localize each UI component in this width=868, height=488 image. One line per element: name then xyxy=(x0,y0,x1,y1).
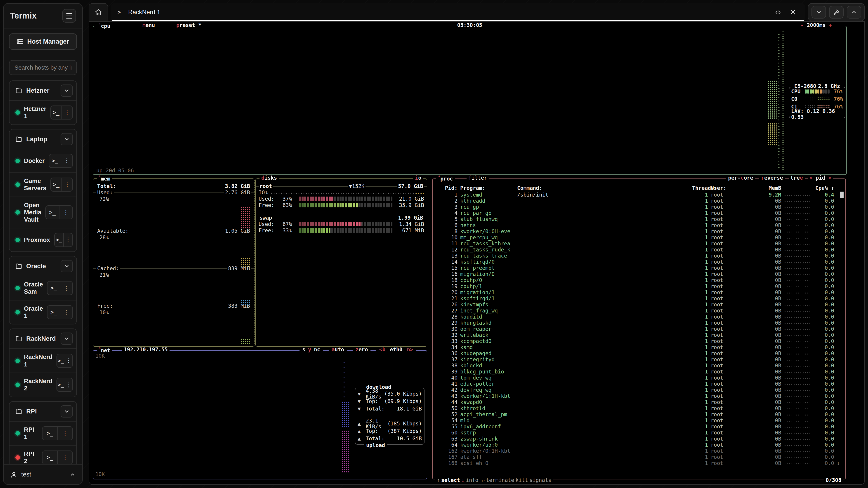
proc-reverse-button[interactable]: reverse xyxy=(759,175,785,181)
process-row[interactable]: 11 rcu_tasks_kthrea 1 root 0B 0.0 xyxy=(433,240,845,247)
process-row[interactable]: 6 netns 1 root 0B 0.0 xyxy=(433,222,845,228)
host-row[interactable]: RackNerd 2 >_ ⋮ xyxy=(9,372,76,397)
host-row[interactable]: Docker >_ ⋮ xyxy=(9,149,76,172)
host-terminal-button[interactable]: >_ xyxy=(42,427,57,440)
host-group-header[interactable]: Oracle xyxy=(9,256,76,276)
cpu-menu-button[interactable]: menu xyxy=(141,22,157,28)
process-row[interactable]: 162 kworker/0:1H-kbl 1 root 0B 0.0 xyxy=(433,448,845,454)
host-terminal-button[interactable]: >_ xyxy=(55,233,64,247)
host-terminal-button[interactable]: >_ xyxy=(46,206,59,219)
process-row[interactable]: 44 kswapd0 1 root 0B 0.0 xyxy=(433,399,845,405)
process-row[interactable]: 43 kworker/1:1H-kbl 1 root 0B 0.0 xyxy=(433,393,845,399)
process-scrollbar[interactable] xyxy=(840,192,844,198)
process-row[interactable]: 14 ksoftirqd/0 1 root 0B 0.0 xyxy=(433,259,845,265)
info-action[interactable]: info ↵ xyxy=(466,477,485,483)
process-row[interactable]: 26 kdevtmpfs 1 root 0B 0.0 xyxy=(433,301,845,307)
host-row[interactable]: RackNerd 1 >_ ⋮ xyxy=(9,349,76,372)
host-terminal-button[interactable]: >_ xyxy=(42,451,57,464)
host-group-header[interactable]: Laptop xyxy=(9,129,76,149)
host-menu-button[interactable]: ⋮ xyxy=(61,106,72,119)
process-row[interactable]: 18 cpuhp/0 1 root 0B 0.0 xyxy=(433,277,845,283)
proc-percore-button[interactable]: per-core xyxy=(726,175,755,181)
process-row[interactable]: 63 zswap-shrink 1 root 0B 0.0 xyxy=(433,435,845,442)
host-terminal-button[interactable]: >_ xyxy=(48,306,60,319)
process-row[interactable]: 36 khugepaged 1 root 0B 0.0 xyxy=(433,350,845,356)
group-collapse-button[interactable] xyxy=(61,133,73,145)
host-group-header[interactable]: RPI xyxy=(9,402,76,421)
process-row[interactable]: 33 kcompactd0 1 root 0B 0.0 xyxy=(433,338,845,344)
host-menu-button[interactable]: ⋮ xyxy=(57,427,72,440)
process-row[interactable]: 1 systemd /sbin/init 1 root 9.2M 0.4 xyxy=(433,192,845,198)
net-zero-button[interactable]: zero xyxy=(352,347,370,352)
split-pane-button[interactable] xyxy=(773,7,783,18)
host-menu-button[interactable]: ⋮ xyxy=(61,154,72,167)
process-row[interactable]: 13 rcu_tasks_trace_ 1 root 0B 0.0 xyxy=(433,253,845,259)
select-action[interactable]: select xyxy=(441,477,460,483)
tools-button[interactable] xyxy=(829,6,844,19)
group-collapse-button[interactable] xyxy=(61,405,73,418)
process-row[interactable]: 28 kauditd 1 root 0B 0.0 xyxy=(433,314,845,320)
host-row[interactable]: RPI 1 >_ ⋮ xyxy=(9,422,76,445)
host-row[interactable]: Open Media Vault >_ ⋮ xyxy=(9,197,76,228)
process-row[interactable]: 50 kthrotld 1 root 0B 0.0 xyxy=(433,405,845,411)
process-row[interactable]: 168 scsi_eh_0 1 root 0B 0.0 ↓ xyxy=(433,460,845,466)
process-row[interactable]: 32 writeback 1 root 0B 0.0 xyxy=(433,332,845,338)
proc-tree-button[interactable]: tree xyxy=(789,175,805,181)
home-button[interactable] xyxy=(89,3,108,21)
proc-filter-button[interactable]: filter xyxy=(467,175,489,181)
net-auto-button[interactable]: auto xyxy=(329,347,347,352)
process-row[interactable]: 167 ata_sff 1 root 0B 0.0 xyxy=(433,454,845,460)
host-row[interactable]: Hetzner 1 >_ ⋮ xyxy=(9,101,76,125)
process-row[interactable]: 37 kintegrityd 1 root 0B 0.0 xyxy=(433,356,845,362)
process-row[interactable]: 42 devfreq_wq 1 root 0B 0.0 xyxy=(433,387,845,393)
process-row[interactable]: 2 kthreadd 1 root 0B 0.0 xyxy=(433,198,845,204)
update-interval-control[interactable]: - 2000ms + xyxy=(799,22,834,28)
host-menu-button[interactable]: ⋮ xyxy=(59,206,72,219)
process-row[interactable]: 21 ksoftirqd/1 1 root 0B 0.0 xyxy=(433,295,845,301)
host-row[interactable]: Oracle 1 >_ ⋮ xyxy=(9,300,76,324)
process-row[interactable]: 41 edac-poller 1 root 0B 0.0 xyxy=(433,381,845,387)
host-manager-button[interactable]: Host Manager xyxy=(9,33,77,50)
disks-io-toggle[interactable]: io xyxy=(413,175,423,181)
host-menu-button[interactable]: ⋮ xyxy=(65,354,72,367)
search-input[interactable] xyxy=(9,60,77,75)
sidebar-menu-button[interactable] xyxy=(62,9,76,23)
panel-down-button[interactable] xyxy=(811,6,826,19)
process-row[interactable]: 54 mld 1 root 0B 0.0 xyxy=(433,417,845,423)
process-row[interactable]: 27 inet_frag_wq 1 root 0B 0.0 xyxy=(433,307,845,314)
process-row[interactable]: 40 tpm_dev_wq 1 root 0B 0.0 xyxy=(433,375,845,381)
process-row[interactable]: 10 mm_percpu_wq 1 root 0B 0.0 xyxy=(433,234,845,240)
process-row[interactable]: 64 kworker/u5:0 1 root 0B 0.0 xyxy=(433,442,845,448)
process-row[interactable]: 29 khungtaskd 1 root 0B 0.0 xyxy=(433,320,845,326)
panel-up-button[interactable] xyxy=(847,6,861,19)
process-row[interactable]: 15 rcu_preempt 1 root 0B 0.0 xyxy=(433,265,845,271)
host-menu-button[interactable]: ⋮ xyxy=(65,378,72,391)
process-row[interactable]: 60 kstrp 1 root 0B 0.0 xyxy=(433,429,845,435)
tab-racknerd-1[interactable]: >_ RackNerd 1 xyxy=(111,3,805,21)
host-terminal-button[interactable]: >_ xyxy=(51,178,61,191)
process-row[interactable]: 34 ksmd 1 root 0B 0.0 xyxy=(433,344,845,350)
process-row[interactable]: 52 acpi_thermal_pm 1 root 0B 0.0 xyxy=(433,411,845,417)
terminate-action[interactable]: terminate xyxy=(486,477,514,483)
host-menu-button[interactable]: ⋮ xyxy=(57,451,72,464)
process-row[interactable]: 3 rcu_gp 1 root 0B 0.0 xyxy=(433,204,845,210)
terminal-view[interactable]: ¹cpu menu preset * 03:30:05 - 2000ms + E… xyxy=(89,21,865,485)
process-row[interactable]: 30 oom_reaper 1 root 0B 0.0 xyxy=(433,326,845,332)
process-row[interactable]: 19 cpuhp/1 1 root 0B 0.0 xyxy=(433,283,845,289)
process-row[interactable]: 20 migration/1 1 root 0B 0.0 xyxy=(433,289,845,295)
group-collapse-button[interactable] xyxy=(61,332,73,345)
host-row[interactable]: Oracle Sam >_ ⋮ xyxy=(9,276,76,300)
host-terminal-button[interactable]: >_ xyxy=(49,154,61,167)
host-menu-button[interactable]: ⋮ xyxy=(61,178,72,191)
process-row[interactable]: 4 rcu_par_gp 1 root 0B 0.0 xyxy=(433,210,845,216)
process-row[interactable]: 55 ipv6_addrconf 1 root 0B 0.0 xyxy=(433,423,845,429)
host-terminal-button[interactable]: >_ xyxy=(51,106,61,119)
host-row[interactable]: Proxmox >_ ⋮ xyxy=(9,228,76,252)
process-row[interactable]: 12 rcu_tasks_rude_k 1 root 0B 0.0 xyxy=(433,247,845,253)
host-menu-button[interactable]: ⋮ xyxy=(60,282,72,295)
process-row[interactable]: 38 kblockd 1 root 0B 0.0 xyxy=(433,362,845,368)
host-menu-button[interactable]: ⋮ xyxy=(63,233,72,247)
host-group-header[interactable]: RackNerd xyxy=(9,329,76,348)
group-collapse-button[interactable] xyxy=(61,260,73,272)
user-menu[interactable]: test xyxy=(4,464,82,484)
